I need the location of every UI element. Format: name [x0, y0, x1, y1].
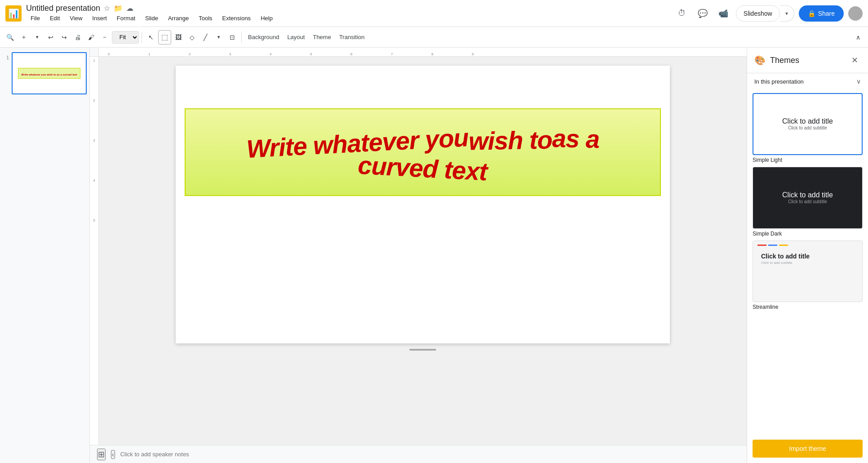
- collapse-side-button[interactable]: ‹: [111, 450, 115, 459]
- ruler-v-4: 4: [93, 178, 95, 183]
- menu-help[interactable]: Help: [256, 13, 277, 23]
- streamline-name: Streamline: [753, 304, 863, 310]
- themes-close-button[interactable]: ✕: [848, 54, 861, 67]
- menu-edit[interactable]: Edit: [45, 13, 64, 23]
- zoom-select[interactable]: Fit 50% 75% 100%: [112, 31, 139, 44]
- ruler-v-2: 2: [93, 98, 95, 102]
- simple-light-title: Click to add title: [782, 117, 833, 125]
- main-area: 1 Write whatever you wish to as a curved…: [0, 48, 868, 463]
- curved-text-part-2: wish to: [468, 127, 552, 154]
- image-button[interactable]: 🖼: [172, 30, 185, 45]
- slide-canvas[interactable]: Write whatever you wish to as a curved t…: [176, 66, 670, 343]
- paint-format-button[interactable]: 🖌: [85, 30, 97, 45]
- canvas-area[interactable]: Write whatever you wish to as a curved t…: [99, 57, 747, 445]
- select-tool-button[interactable]: ↖: [145, 30, 157, 45]
- streamline-content: Click to add title Click to add subtitle: [757, 253, 859, 265]
- transition-label: Transition: [339, 34, 365, 40]
- zoom-out-button[interactable]: －: [98, 30, 111, 45]
- slide-panel: 1 Write whatever you wish to as a curved…: [0, 48, 90, 463]
- transition-button[interactable]: Transition: [336, 30, 368, 45]
- toolbar: 🔍 ＋ ▾ ↩ ↪ 🖨 🖌 － Fit 50% 75% 100% ↖ ⬚ 🖼 ◇…: [0, 27, 868, 48]
- redo-button[interactable]: ↪: [58, 30, 71, 45]
- streamline-accent-bars: [757, 245, 788, 246]
- comments-icon: 💬: [698, 9, 708, 18]
- slide-thumb-content: Write whatever you wish to as a curved t…: [13, 53, 86, 93]
- themes-title: Themes: [770, 56, 844, 65]
- layout-button[interactable]: Layout: [283, 30, 308, 45]
- ruler-mark-0: 0: [108, 52, 110, 56]
- comments-button[interactable]: 💬: [695, 5, 711, 22]
- ruler-mark-1: 1: [148, 52, 150, 56]
- meet-button[interactable]: 📹: [715, 5, 731, 22]
- zoom-dropdown-button[interactable]: ▾: [31, 30, 44, 45]
- menu-file[interactable]: File: [26, 13, 44, 23]
- menu-extensions[interactable]: Extensions: [218, 13, 256, 23]
- simple-dark-title: Click to add title: [782, 191, 833, 199]
- theme-preview-streamline[interactable]: Click to add title Click to add subtitle: [753, 240, 863, 303]
- history-icon: ⏱: [678, 9, 686, 18]
- user-avatar[interactable]: [848, 6, 863, 21]
- share-button[interactable]: 🔒 Share: [799, 5, 844, 22]
- text-box-button[interactable]: ⊡: [226, 30, 239, 45]
- simple-light-name: Simple Light: [753, 157, 863, 163]
- slideshow-button[interactable]: Slideshow: [736, 5, 780, 22]
- redo-icon: ↪: [62, 34, 67, 41]
- slide-editor: 0 1 2 3 4 5 6 7 8 9 1 2 3 4 5: [90, 48, 747, 463]
- curved-text-content: Write whatever you wish to as a curved t…: [186, 127, 660, 178]
- toolbar-separator-2: [241, 32, 242, 43]
- streamline-title: Click to add title: [761, 253, 854, 260]
- star-icon[interactable]: ☆: [104, 4, 110, 13]
- slideshow-dropdown-button[interactable]: ▾: [780, 5, 794, 22]
- thumb-text: Write whatever you wish to as a curved t…: [21, 73, 77, 76]
- menu-tools[interactable]: Tools: [194, 13, 217, 23]
- ruler-mark-6: 6: [350, 52, 352, 56]
- collapse-toolbar-button[interactable]: ∧: [852, 30, 864, 45]
- print-button[interactable]: 🖨: [71, 30, 84, 45]
- top-right-actions: ⏱ 💬 📹 Slideshow ▾ 🔒 Share: [674, 5, 863, 22]
- menu-slide[interactable]: Slide: [141, 13, 163, 23]
- ruler-mark-7: 7: [391, 52, 393, 56]
- menu-insert[interactable]: Insert: [88, 13, 111, 23]
- zoom-in-button[interactable]: ＋: [18, 30, 30, 45]
- menu-view[interactable]: View: [65, 13, 87, 23]
- history-button[interactable]: ⏱: [674, 5, 690, 22]
- bottom-bar: ⊞ ‹: [90, 445, 747, 463]
- bar-yellow: [779, 245, 788, 246]
- shape-button[interactable]: ◇: [186, 30, 198, 45]
- search-button[interactable]: 🔍: [4, 30, 17, 45]
- folder-icon[interactable]: 📁: [114, 4, 123, 13]
- document-title[interactable]: Untitled presentation: [26, 4, 100, 13]
- line-dropdown-button[interactable]: ▾: [213, 30, 225, 45]
- line-button[interactable]: ╱: [199, 30, 212, 45]
- undo-button[interactable]: ↩: [44, 30, 57, 45]
- ruler-mark-3: 3: [229, 52, 231, 56]
- import-theme-button[interactable]: Import theme: [753, 440, 863, 458]
- bar-red: [757, 245, 766, 246]
- shape-icon: ◇: [190, 34, 195, 41]
- curved-text-box[interactable]: Write whatever you wish to as a curved t…: [185, 108, 661, 196]
- themes-section-header[interactable]: In this presentation ∨: [747, 73, 868, 89]
- background-button[interactable]: Background: [244, 30, 283, 45]
- close-icon: ✕: [851, 55, 858, 65]
- paint-format-icon: 🖌: [88, 34, 94, 41]
- theme-preview-simple-light[interactable]: Click to add title Click to add subtitle: [753, 93, 863, 155]
- menu-format[interactable]: Format: [112, 13, 140, 23]
- collapse-side-icon: ‹: [112, 451, 114, 458]
- cloud-icon: ☁: [126, 4, 133, 13]
- menu-arrange[interactable]: Arrange: [164, 13, 193, 23]
- speaker-notes-input[interactable]: [120, 448, 740, 461]
- grid-view-button[interactable]: ⊞: [97, 449, 106, 460]
- curved-text-part-3: as a: [552, 126, 599, 152]
- ruler-mark-5: 5: [310, 52, 312, 56]
- theme-item-simple-dark: Click to add title Click to add subtitle…: [753, 167, 863, 237]
- slide-thumb-canvas-1[interactable]: Write whatever you wish to as a curved t…: [12, 52, 87, 94]
- theme-button[interactable]: Theme: [309, 30, 334, 45]
- ruler-h-marks: 0 1 2 3 4 5 6 7 8 9: [99, 48, 747, 56]
- slide-thumbnail-1[interactable]: 1 Write whatever you wish to as a curved…: [3, 52, 87, 94]
- title-area: Untitled presentation ☆ 📁 ☁ File Edit Vi…: [26, 4, 669, 23]
- theme-item-streamline: Click to add title Click to add subtitle…: [753, 240, 863, 311]
- select-area-button[interactable]: ⬚: [158, 30, 171, 45]
- layout-label: Layout: [287, 34, 305, 40]
- undo-icon: ↩: [48, 34, 53, 41]
- theme-preview-simple-dark[interactable]: Click to add title Click to add subtitle: [753, 167, 863, 229]
